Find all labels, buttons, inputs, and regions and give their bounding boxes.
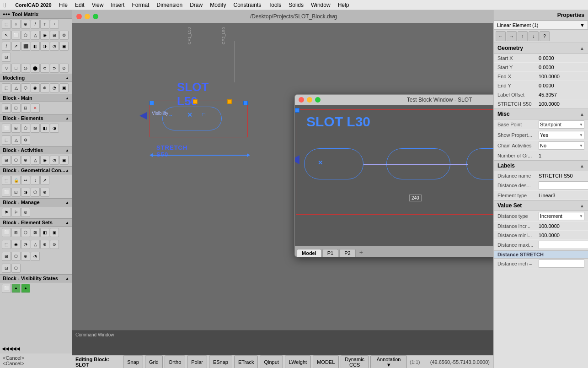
misc-section-header[interactable]: Misc ▲ xyxy=(494,109,588,119)
esnap-button[interactable]: ESnap xyxy=(209,355,232,368)
menu-constraints[interactable]: Constraints xyxy=(234,2,262,8)
tool-btn[interactable]: ⬚ xyxy=(2,240,11,249)
tool-btn[interactable]: ↗ xyxy=(40,176,49,185)
close-button[interactable] xyxy=(76,14,82,19)
distance-inch-input[interactable] xyxy=(539,260,584,268)
tool-btn[interactable]: / xyxy=(2,42,11,51)
tool-btn[interactable]: ⊞ xyxy=(11,228,21,237)
section-block-main[interactable]: Block - Main ▲ xyxy=(0,94,72,102)
canvas-main[interactable]: CP1_L50 CP2_L50 SLOT L50 Visibility xyxy=(72,23,493,330)
dynamic-ccs-button[interactable]: Dynamic CCS xyxy=(341,355,369,368)
section-modeling[interactable]: Modeling ▲ xyxy=(0,74,72,82)
tool-btn[interactable]: ⊕ xyxy=(21,156,30,165)
tab-model[interactable]: Model xyxy=(297,249,321,257)
tool-btn[interactable]: ◎ xyxy=(21,64,30,73)
tool-btn[interactable]: ⊃ xyxy=(50,64,59,73)
chain-select[interactable]: No ▼ xyxy=(539,141,584,150)
polar-button[interactable]: Polar xyxy=(187,355,207,368)
tool-btn[interactable]: ● xyxy=(11,284,21,293)
tool-btn[interactable]: ⊕ xyxy=(40,240,49,249)
tool-btn[interactable]: ◔ xyxy=(21,240,30,249)
rp-tb-up[interactable]: ↑ xyxy=(518,31,528,41)
section-block-geo[interactable]: Block - Geometrical Con... ▲ xyxy=(0,166,72,174)
value-set-header[interactable]: Value Set ▲ xyxy=(494,200,588,211)
tool-btn[interactable]: ⊕ xyxy=(21,252,30,261)
element-type-dropdown[interactable]: Linear Element (1) ▼ xyxy=(494,21,588,30)
menu-dimension[interactable]: Dimension xyxy=(156,2,182,8)
tool-btn[interactable]: ⬤ xyxy=(31,64,40,73)
tool-btn[interactable]: ⊠ xyxy=(31,228,40,237)
menu-edit[interactable]: Edit xyxy=(75,2,85,8)
tool-btn[interactable]: ◔ xyxy=(50,42,59,51)
tool-btn[interactable]: □ xyxy=(11,64,21,73)
tool-btn[interactable]: ◉ xyxy=(40,31,49,40)
tool-btn[interactable]: ↖ xyxy=(2,31,11,40)
rp-tb-down[interactable]: ↓ xyxy=(529,31,539,41)
apple-menu[interactable]:  xyxy=(4,1,6,9)
geometry-section-header[interactable]: Geometry ▲ xyxy=(494,43,588,54)
tab-p2[interactable]: P2 xyxy=(339,249,355,257)
tool-btn[interactable]: ◔ xyxy=(31,252,40,261)
tool-btn[interactable]: ◑ xyxy=(50,124,59,133)
rp-tb-help[interactable]: ? xyxy=(540,31,550,41)
menu-help[interactable]: Help xyxy=(338,2,349,8)
tool-btn[interactable]: ◧ xyxy=(40,124,49,133)
snap-button[interactable]: Snap xyxy=(123,355,143,368)
tab-p1[interactable]: P1 xyxy=(322,249,338,257)
tool-btn[interactable]: ▽ xyxy=(2,64,11,73)
tool-btn[interactable]: ⬡ xyxy=(11,264,21,273)
tool-btn[interactable]: ⬜ xyxy=(11,31,21,40)
tool-btn[interactable]: 🔒 xyxy=(11,176,21,185)
labels-section-header[interactable]: Labels ▲ xyxy=(494,161,588,171)
tool-btn[interactable]: ⬡ xyxy=(21,228,30,237)
tool-btn[interactable]: ⇔ xyxy=(21,176,30,185)
menu-file[interactable]: File xyxy=(59,2,68,8)
tool-btn[interactable]: ◑ xyxy=(40,42,49,51)
grid-button[interactable]: Grid xyxy=(145,355,163,368)
tool-btn[interactable]: ⊠ xyxy=(31,124,40,133)
tool-btn[interactable]: ↕ xyxy=(31,176,40,185)
tool-btn[interactable]: ⊞ xyxy=(2,252,11,261)
maximize-button[interactable] xyxy=(93,14,98,19)
lweight-button[interactable]: LWeight xyxy=(285,355,311,368)
tool-btn[interactable]: ⊂ xyxy=(40,64,49,73)
bw-close-button[interactable] xyxy=(299,97,304,103)
qinput-button[interactable]: Qinput xyxy=(260,355,283,368)
tool-btn[interactable]: △ xyxy=(31,240,40,249)
tool-btn[interactable]: ⊞ xyxy=(50,31,59,40)
tool-btn[interactable]: ⬡ xyxy=(21,83,30,92)
etrack-button[interactable]: ETrack xyxy=(234,355,258,368)
tool-btn[interactable]: ⬜ xyxy=(2,124,11,133)
tool-btn[interactable]: ⊙ xyxy=(50,240,59,249)
tool-btn[interactable]: ◉ xyxy=(40,156,49,165)
tool-btn[interactable]: ⬡ xyxy=(11,252,21,261)
tool-btn[interactable]: ⊞ xyxy=(11,124,21,133)
tool-btn[interactable]: ⬡ xyxy=(21,124,30,133)
tool-btn[interactable]: ⚙ xyxy=(21,135,30,145)
tool-btn[interactable]: ⬜ xyxy=(2,228,11,237)
menu-insert[interactable]: Insert xyxy=(111,2,124,8)
tool-btn[interactable]: ⬚ xyxy=(2,176,11,185)
tool-btn[interactable]: ⚐ xyxy=(11,208,21,217)
section-block-visibility[interactable]: Block - Visibility States ▲ xyxy=(0,274,72,282)
tool-btn[interactable]: ⊕ xyxy=(40,83,49,92)
tool-btn[interactable]: ⬡ xyxy=(21,31,30,40)
section-block-activities[interactable]: Block - Activities ▲ xyxy=(0,146,72,154)
tool-btn[interactable]: ○ xyxy=(11,20,21,29)
menu-window[interactable]: Window xyxy=(311,2,331,8)
tool-btn[interactable]: ◔ xyxy=(50,83,59,92)
block-window[interactable]: Test Block Window - SLOT SLOT L30 ✕ xyxy=(294,94,493,257)
tool-btn-close[interactable]: ✕ xyxy=(31,103,40,113)
rp-tb-forward[interactable]: → xyxy=(507,31,517,41)
dist-type-select[interactable]: Increment ▼ xyxy=(539,212,584,220)
tool-btn[interactable]: ◧ xyxy=(31,42,40,51)
tool-btn[interactable]: △ xyxy=(11,135,21,145)
tool-btn[interactable]: ▣ xyxy=(59,42,69,51)
tool-btn[interactable]: ⊞ xyxy=(2,103,11,113)
tool-btn[interactable]: ⊡ xyxy=(11,188,21,197)
tool-btn[interactable]: ⬡ xyxy=(11,156,21,165)
tool-btn[interactable]: △ xyxy=(31,156,40,165)
menu-format[interactable]: Format xyxy=(132,2,149,8)
tool-btn[interactable]: ⬚ xyxy=(2,135,11,145)
tool-btn[interactable]: ⊡ xyxy=(11,103,21,113)
